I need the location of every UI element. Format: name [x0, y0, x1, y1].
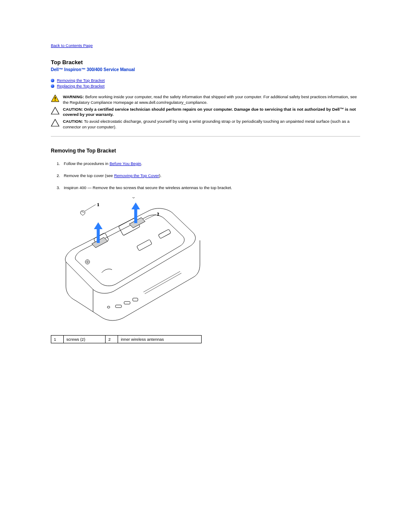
svg-point-10: [87, 261, 88, 263]
step-3: Inspiron 400 — Remove the two screws tha…: [61, 185, 360, 191]
caution-icon: [51, 107, 59, 115]
toc-link-remove[interactable]: Removing the Top Bracket: [57, 78, 105, 83]
toc-link-replace[interactable]: Replacing the Top Bracket: [57, 84, 105, 88]
device-figure: 1 2: [51, 197, 360, 327]
svg-rect-1: [55, 97, 56, 99]
caution-text-2: To avoid electrostatic discharge, ground…: [63, 119, 349, 129]
table-row: 1 screws (2) 2 inner wireless antennas: [51, 335, 202, 343]
caution-icon: [51, 119, 59, 127]
svg-marker-18: [131, 202, 140, 209]
bullet-icon: [51, 79, 54, 82]
section-heading: Removing the Top Bracket: [51, 148, 360, 154]
warning-icon: [51, 94, 59, 102]
manual-subtitle: Dell™ Inspiron™ 300/400 Service Manual: [51, 67, 360, 72]
svg-point-9: [85, 260, 90, 264]
cell-1-num: 1: [51, 335, 64, 343]
svg-marker-16: [94, 222, 103, 229]
svg-text:1: 1: [97, 203, 99, 207]
svg-rect-2: [55, 100, 56, 101]
caution-alert-1: CAUTION: Only a certified service techni…: [51, 107, 360, 118]
step-1: Follow the procedures in Before You Begi…: [61, 161, 360, 167]
caution-label: CAUTION:: [63, 107, 83, 112]
parts-table: 1 screws (2) 2 inner wireless antennas: [51, 335, 202, 343]
svg-point-5: [107, 306, 110, 308]
bullet-icon: [51, 84, 54, 88]
link-before-you-begin[interactable]: Before You Begin: [109, 161, 141, 166]
procedure-steps: Follow the procedures in Before You Begi…: [51, 161, 360, 191]
page-title: Top Bracket: [51, 59, 360, 65]
link-removing-top-cover[interactable]: Removing the Top Cover: [114, 173, 159, 178]
divider: [51, 136, 360, 137]
svg-marker-4: [51, 119, 59, 126]
cell-1-label: screws (2): [64, 335, 106, 343]
warning-label: WARNING:: [63, 94, 84, 99]
section-toc: Removing the Top Bracket Replacing the T…: [51, 78, 360, 88]
svg-rect-6: [115, 305, 121, 308]
svg-marker-3: [51, 107, 59, 114]
cell-2-num: 2: [106, 335, 118, 343]
back-to-contents-link[interactable]: Back to Contents Page: [51, 43, 93, 48]
caution-text-1: Only a certified service technician shou…: [63, 107, 356, 117]
step-2: Remove the top cover (see Removing the T…: [61, 173, 360, 179]
svg-rect-14: [158, 229, 171, 239]
svg-rect-7: [124, 302, 130, 304]
caution-label: CAUTION:: [63, 119, 83, 124]
svg-rect-13: [137, 239, 152, 251]
svg-rect-8: [133, 298, 138, 301]
caution-alert-2: CAUTION: To avoid electrostatic discharg…: [51, 119, 360, 130]
warning-text: Before working inside your computer, rea…: [63, 94, 357, 105]
warning-alert: WARNING: Before working inside your comp…: [51, 94, 360, 106]
cell-2-label: inner wireless antennas: [118, 335, 202, 343]
svg-text:2: 2: [157, 212, 159, 216]
svg-line-23: [85, 205, 96, 211]
